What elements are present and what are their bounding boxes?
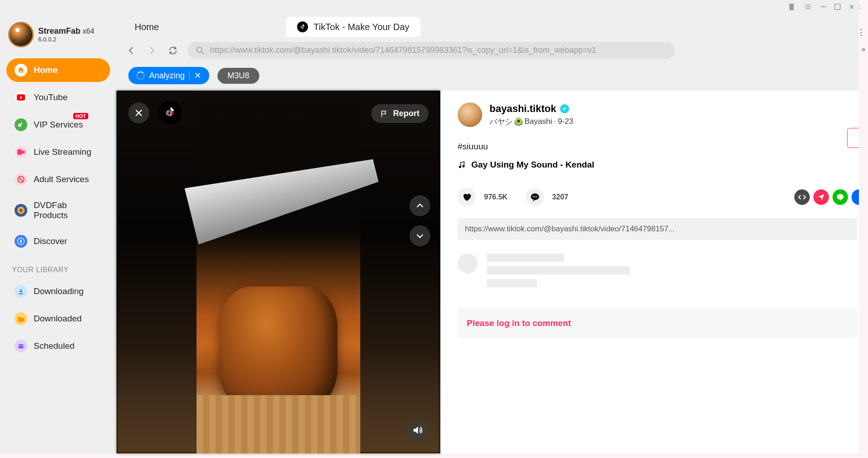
tiktok-icon (297, 21, 308, 32)
sidebar-item-label: Discover (34, 236, 67, 246)
outer-expand-icon[interactable]: » (862, 46, 865, 53)
adult-icon (15, 173, 27, 186)
sidebar-item-label: DVDFab Products (34, 200, 102, 220)
prev-video-button[interactable] (409, 195, 430, 216)
refresh-button[interactable] (167, 44, 179, 57)
svg-rect-7 (17, 149, 22, 155)
close-video-button[interactable] (128, 102, 149, 123)
cancel-analyze-button[interactable]: ✕ (189, 71, 201, 81)
comment-button[interactable] (526, 188, 544, 206)
avatar[interactable] (458, 102, 482, 127)
svg-point-19 (459, 166, 461, 168)
svg-point-23 (534, 196, 535, 197)
back-button[interactable] (125, 44, 137, 57)
address-row (116, 40, 859, 65)
details-pane: bayashi.tiktok バヤシ Bayashi · 9-23 (440, 91, 859, 453)
brand-arch: x64 (83, 27, 95, 35)
sidebar-item-downloading[interactable]: Downloading (6, 280, 110, 303)
sound-title: Gay Using My Sound - Kendal (471, 160, 594, 170)
next-video-button[interactable] (409, 225, 430, 246)
close-icon[interactable]: × (849, 2, 854, 12)
display-name-pre: バヤシ (490, 117, 513, 127)
sidebar-item-downloaded[interactable]: Downloaded (6, 307, 110, 331)
analyzing-label: Analyzing (149, 71, 185, 81)
m3u8-pill[interactable]: M3U8 (217, 68, 259, 84)
library-header: YOUR LIBRARY (4, 255, 113, 278)
maximize-icon[interactable] (834, 4, 841, 10)
sidebar-item-live[interactable]: Live Streaming (6, 140, 110, 164)
music-note-icon (458, 161, 466, 169)
analyzing-pill: Analyzing ✕ (128, 67, 209, 84)
svg-line-16 (202, 51, 204, 54)
caption[interactable]: #siuuuu (458, 142, 859, 152)
share-more-button[interactable] (852, 189, 859, 205)
video-content[interactable] (197, 91, 360, 453)
search-icon (196, 46, 205, 55)
svg-line-9 (19, 177, 24, 182)
report-label: Report (393, 109, 419, 118)
svg-point-20 (463, 165, 464, 167)
minimize-icon[interactable]: − (820, 1, 826, 13)
user-row[interactable]: bayashi.tiktok バヤシ Bayashi · 9-23 (458, 102, 859, 127)
address-bar[interactable] (187, 42, 675, 59)
svg-point-25 (837, 194, 844, 200)
tab-label: TikTok - Make Your Day (313, 22, 409, 32)
sidebar-item-discover[interactable]: Discover (6, 229, 110, 253)
svg-point-24 (536, 196, 537, 197)
sidebar: StreamFab x64 6.0.0.2 Home YouTube VIP S… (0, 14, 116, 453)
brand-name: StreamFab (38, 26, 81, 36)
follow-button[interactable] (847, 128, 859, 148)
tiktok-logo-button[interactable] (158, 101, 182, 124)
folder-icon (15, 312, 27, 325)
sidebar-item-home[interactable]: Home (6, 58, 110, 82)
stats-row: 976.5K 3207 (458, 188, 859, 206)
menu-icon[interactable] (804, 3, 812, 11)
share-send-button[interactable] (813, 189, 829, 205)
share-url-box[interactable]: https://www.tiktok.com/@bayashi.tiktok/v… (458, 218, 857, 240)
sidebar-item-scheduled[interactable]: Scheduled (6, 334, 110, 358)
home-icon (15, 64, 27, 76)
tabs-row: Home TikTok - Make Your Day (116, 14, 859, 40)
volume-button[interactable] (407, 420, 428, 441)
compass-icon (15, 235, 27, 248)
avocado-icon (515, 117, 523, 126)
key-icon (15, 118, 27, 131)
tab-tiktok[interactable]: TikTok - Make Your Day (286, 17, 420, 37)
sound-row[interactable]: Gay Using My Sound - Kendal (458, 160, 859, 170)
spinner-icon (136, 71, 145, 80)
forward-button[interactable] (146, 44, 158, 57)
hot-badge: HOT (73, 113, 88, 119)
report-button[interactable]: Report (371, 104, 429, 123)
status-row: Analyzing ✕ M3U8 (116, 65, 859, 91)
sidebar-item-label: Downloading (34, 286, 84, 296)
svg-point-15 (197, 47, 202, 52)
titlebar: − × (0, 0, 859, 14)
sidebar-item-dvdfab[interactable]: DVDFab Products (6, 195, 110, 226)
svg-point-11 (20, 209, 22, 212)
login-prompt[interactable]: Please log in to comment (458, 308, 857, 338)
video-pane: Report (116, 91, 440, 453)
like-count: 976.5K (484, 193, 508, 201)
like-button[interactable] (458, 188, 476, 206)
calendar-icon (15, 340, 27, 352)
svg-rect-13 (19, 344, 24, 348)
display-name-post: Bayashi (525, 117, 552, 126)
url-input[interactable] (210, 46, 667, 55)
sidebar-item-youtube[interactable]: YouTube (6, 86, 110, 109)
sidebar-item-vip[interactable]: VIP Services HOT (6, 113, 110, 137)
sidebar-item-label: Home (34, 65, 58, 75)
sidebar-item-label: Scheduled (34, 341, 75, 351)
brand-version: 6.0.0.2 (38, 36, 94, 43)
flag-icon (380, 110, 389, 118)
username[interactable]: bayashi.tiktok (490, 103, 556, 115)
verified-badge-icon (560, 104, 569, 113)
share-line-button[interactable] (833, 189, 848, 205)
embed-button[interactable] (794, 189, 810, 205)
sidebar-item-adult[interactable]: Adult Services (6, 168, 110, 191)
tab-home[interactable]: Home (126, 15, 168, 39)
download-icon (15, 285, 27, 298)
camera-icon (15, 146, 27, 158)
brand-logo (8, 22, 34, 47)
shirt-icon[interactable] (787, 3, 796, 11)
svg-rect-3 (835, 4, 840, 10)
